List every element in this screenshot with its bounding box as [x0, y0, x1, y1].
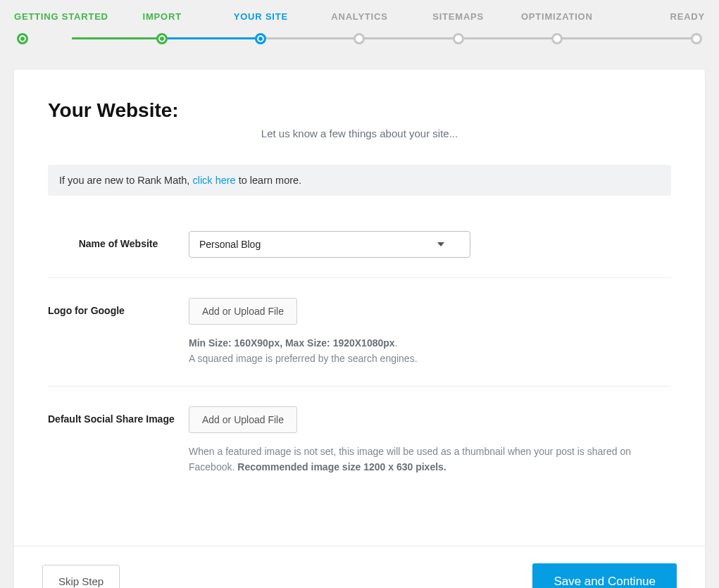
step-label: YOUR SITE [234, 11, 288, 22]
step-label: IMPORT [143, 11, 182, 22]
step-label: READY [670, 11, 705, 22]
notice-suffix: to learn more. [236, 175, 302, 186]
card-footer: Skip Step Save and Continue [14, 546, 705, 588]
field-website-name: Name of Website Personal Blog [48, 220, 671, 278]
logo-hint: Min Size: 160X90px, Max Size: 1920X1080p… [189, 336, 671, 366]
step-dot-icon [453, 33, 464, 44]
step-your-site[interactable]: YOUR SITE [211, 11, 310, 22]
step-line [360, 37, 458, 39]
page-subtitle: Let us know a few things about your site… [48, 127, 671, 139]
step-dot-icon [255, 33, 266, 44]
main-card: Your Website: Let us know a few things a… [14, 70, 705, 588]
skip-step-button[interactable]: Skip Step [42, 565, 120, 588]
logo-upload-button[interactable]: Add or Upload File [189, 298, 297, 325]
save-continue-button[interactable]: Save and Continue [532, 563, 677, 588]
social-hint-strong: Recommended image size 1200 x 630 pixels… [237, 461, 446, 473]
step-dot-icon [156, 33, 168, 44]
step-dot-icon [551, 33, 563, 44]
field-social-image: Default Social Share Image Add or Upload… [48, 395, 671, 494]
step-line [557, 37, 696, 39]
step-dot-icon [691, 33, 702, 44]
step-optimization[interactable]: OPTIMIZATION [508, 11, 606, 22]
field-label: Logo for Google [48, 298, 189, 366]
step-dot-icon [354, 33, 365, 44]
notice-link[interactable]: click here [192, 175, 235, 186]
website-name-select[interactable]: Personal Blog [189, 231, 470, 258]
step-label: GETTING STARTED [14, 11, 108, 22]
field-logo: Logo for Google Add or Upload File Min S… [48, 287, 671, 387]
step-import[interactable]: IMPORT [113, 11, 211, 22]
step-line [162, 37, 261, 39]
step-analytics[interactable]: ANALYTICS [310, 11, 408, 22]
field-label: Default Social Share Image [48, 406, 189, 475]
field-label: Name of Website [48, 231, 189, 258]
step-ready[interactable]: READY [606, 11, 705, 22]
step-line [458, 37, 557, 39]
social-hint: When a featured image is not set, this i… [189, 444, 671, 475]
info-notice: If you are new to Rank Math, click here … [48, 165, 671, 196]
logo-hint-line2: A squared image is preferred by the sear… [189, 353, 418, 364]
social-upload-button[interactable]: Add or Upload File [189, 406, 297, 433]
logo-hint-strong: Min Size: 160X90px, Max Size: 1920X1080p… [189, 337, 395, 349]
step-label: ANALYTICS [331, 11, 387, 22]
step-getting-started[interactable]: GETTING STARTED [14, 11, 113, 22]
select-value: Personal Blog [199, 239, 261, 250]
step-sitemaps[interactable]: SITEMAPS [409, 11, 508, 22]
step-label: SITEMAPS [432, 11, 484, 22]
step-dot-icon [17, 33, 28, 44]
setup-stepper: GETTING STARTED IMPORT YOUR SITE ANALYTI… [0, 0, 719, 49]
step-line [72, 37, 162, 39]
chevron-down-icon [437, 242, 444, 246]
notice-prefix: If you are new to Rank Math, [59, 175, 192, 186]
step-label: OPTIMIZATION [521, 11, 593, 22]
step-line [261, 37, 359, 39]
page-title: Your Website: [48, 99, 671, 122]
